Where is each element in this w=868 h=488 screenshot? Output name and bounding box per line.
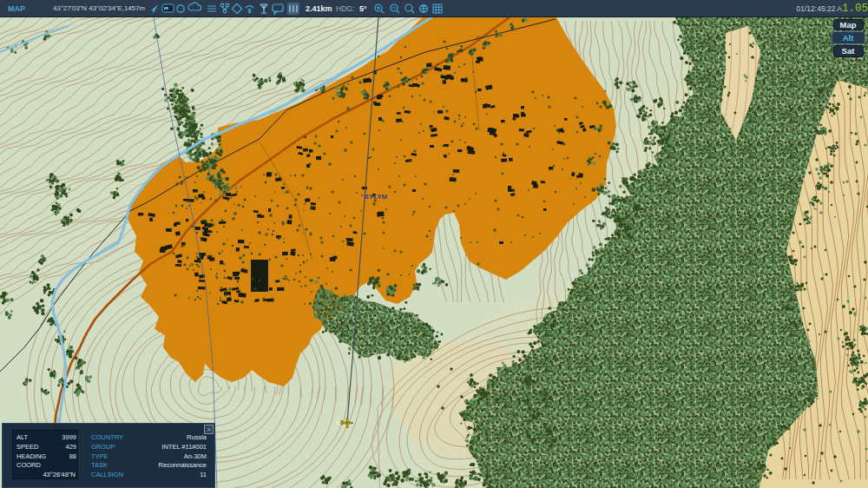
svg-text:1: 1: [336, 419, 339, 425]
svg-text:BYLYM: BYLYM: [364, 193, 388, 201]
